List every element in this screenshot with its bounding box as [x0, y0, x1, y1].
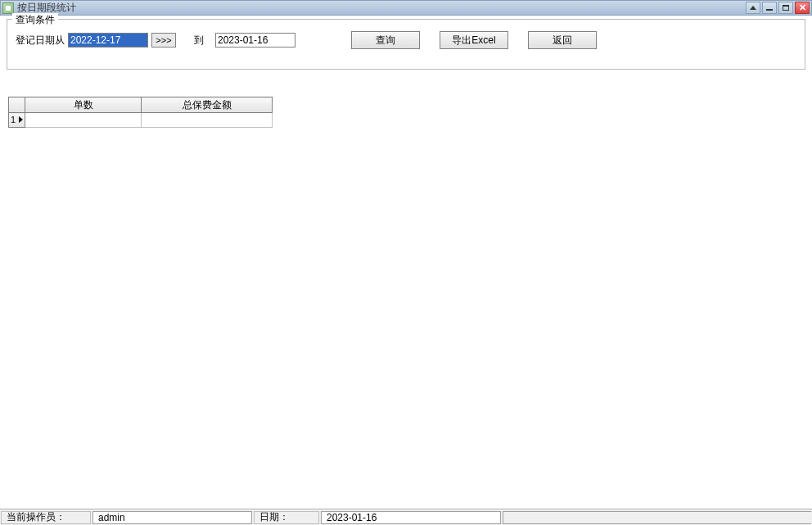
titlebar[interactable]: 按日期段统计 ✕ — [0, 0, 812, 16]
grid-header-count[interactable]: 单数 — [25, 97, 142, 113]
status-date-label: 日期： — [254, 511, 319, 524]
data-grid-area: 单数 总保费金额 1 — [8, 97, 804, 504]
main-content: 查询条件 登记日期从 >>> 到 查询 导出Excel 返回 单数 总保费金额 — [0, 19, 812, 512]
rollup-button[interactable] — [746, 2, 760, 14]
minimize-button[interactable] — [762, 2, 777, 14]
search-button[interactable]: 查询 — [351, 31, 420, 49]
query-panel: 查询条件 登记日期从 >>> 到 查询 导出Excel 返回 — [7, 19, 805, 70]
date-to-label: 到 — [194, 34, 204, 48]
back-button[interactable]: 返回 — [528, 31, 597, 49]
cell-count[interactable] — [25, 113, 142, 128]
cell-amount[interactable] — [142, 113, 273, 128]
maximize-button[interactable] — [778, 2, 793, 14]
close-button[interactable]: ✕ — [795, 2, 810, 14]
date-from-label: 登记日期从 — [16, 34, 65, 48]
table-row[interactable]: 1 — [9, 113, 273, 128]
status-rest — [503, 511, 811, 524]
row-indicator[interactable]: 1 — [9, 113, 25, 128]
data-grid[interactable]: 单数 总保费金额 1 — [8, 97, 273, 128]
status-operator-label: 当前操作员： — [1, 511, 91, 524]
status-date-value: 2023-01-16 — [321, 511, 501, 524]
current-row-icon — [19, 116, 23, 123]
query-row: 登记日期从 >>> 到 查询 导出Excel 返回 — [16, 31, 796, 49]
query-panel-title: 查询条件 — [12, 13, 58, 27]
status-operator-value: admin — [92, 511, 252, 524]
date-from-input[interactable] — [68, 33, 148, 48]
window-title: 按日期段统计 — [17, 1, 746, 15]
app-icon — [2, 2, 14, 14]
grid-header-amount[interactable]: 总保费金额 — [142, 97, 273, 113]
titlebar-buttons: ✕ — [746, 2, 810, 14]
statusbar: 当前操作员： admin 日期： 2023-01-16 — [0, 509, 812, 525]
grid-corner-cell[interactable] — [9, 97, 25, 113]
date-to-input[interactable] — [215, 33, 295, 48]
date-picker-button[interactable]: >>> — [151, 33, 176, 48]
export-excel-button[interactable]: 导出Excel — [440, 31, 508, 49]
